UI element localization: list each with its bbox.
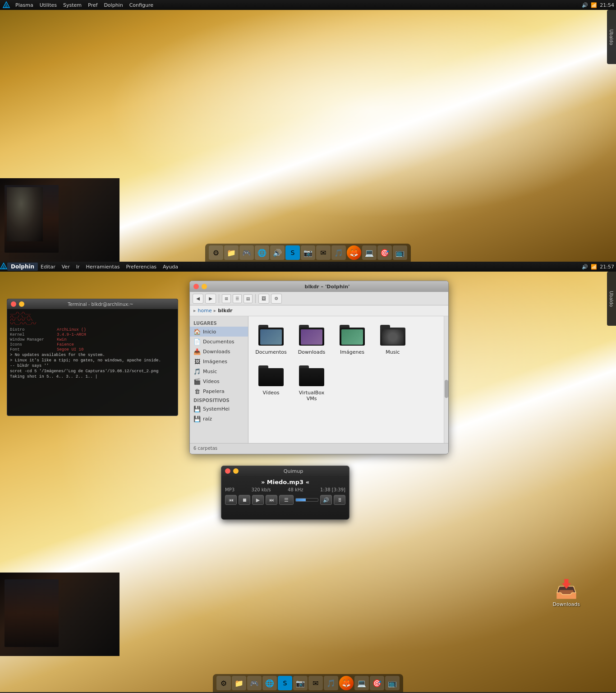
bottom-dock-app2[interactable]: 🌐 [262,676,277,690]
top-menu-plasma[interactable]: Plasma [13,1,36,9]
dock-icon-app8[interactable]: 🎯 [377,245,392,260]
sidebar-item-papelera[interactable]: 🗑 Papelera [190,386,248,396]
sidebar-item-music[interactable]: 🎵 Music [190,366,248,376]
bottom-dock-skype[interactable]: S [278,676,292,690]
dock-icon-app4[interactable]: 📷 [301,245,315,260]
back-button[interactable]: ◀ [193,294,203,304]
bottom-dock-folder[interactable]: 📁 [232,676,246,690]
settings-button[interactable]: ⚙ [271,294,282,304]
volume-button[interactable]: 🔊 [320,495,332,505]
dock-icon-firefox[interactable]: 🦊 [347,245,361,260]
breadcrumb-home[interactable]: home [198,308,212,314]
top-menu-pref[interactable]: Pref [85,1,100,9]
bottom-dock-app6[interactable]: 💻 [354,676,369,690]
dock-icon-app7[interactable]: 💻 [362,245,377,260]
bottom-dock-app4[interactable]: ✉ [308,676,323,690]
dolphin-scrollbar[interactable] [444,316,448,443]
wifi-icon-bottom[interactable]: 📶 [591,264,597,270]
dolphin-menu-ir[interactable]: Ir [74,263,83,271]
wifi-icon-top[interactable]: 📶 [591,2,597,8]
terminal-min-btn[interactable] [19,301,24,307]
documentos-icon: 📄 [193,338,201,345]
bottom-dock: ⚙ 📁 🎮 🌐 S 📷 ✉ 🎵 🦊 💻 🎯 📺 [213,674,403,692]
terminal-line-4: scrot -cd 5 '/Imágenes/'Log de Capturas'… [10,369,175,374]
terminal-close-btn[interactable] [11,301,16,307]
dolphin-menu-ver[interactable]: Ver [59,263,73,271]
top-menu-configure[interactable]: Configure [127,1,156,9]
speaker-icon-top[interactable]: 🔊 [582,2,588,8]
file-imagenes[interactable]: Imágenes [334,321,370,357]
dock-icon-folder[interactable]: 📁 [224,245,239,260]
dolphin-min-btn[interactable] [202,284,207,289]
preview-button[interactable]: 🖼 [258,294,269,304]
dolphin-menu-herramientas[interactable]: Herramientas [83,263,122,271]
dock-icon-settings[interactable]: ⚙ [209,245,223,260]
active-app-dolphin[interactable]: Dolphin [7,263,38,271]
quimup-close-btn[interactable] [225,468,230,474]
bottom-dock-app5[interactable]: 🎵 [324,676,338,690]
detail-view-button[interactable]: ▤ [244,294,253,303]
top-menu-utilites[interactable]: Utilites [37,1,60,9]
bottom-dock-app3[interactable]: 📷 [293,676,308,690]
quimup-min-btn[interactable] [233,468,239,474]
dock-icon-app2[interactable]: 🌐 [255,245,269,260]
sidebar-item-downloads[interactable]: 📥 Downloads [190,346,248,356]
bottom-dock-app7[interactable]: 🎯 [370,676,384,690]
dock-icon-app5[interactable]: ✉ [316,245,331,260]
speaker-icon-bottom[interactable]: 🔊 [582,264,588,270]
next-button[interactable]: ⏭ [266,495,277,505]
eq-button[interactable]: 🎚 [334,495,345,505]
dock-icon-app9[interactable]: 📺 [393,245,407,260]
dock-icon-app6[interactable]: 🎵 [331,245,346,260]
bottom-dock-settings[interactable]: ⚙ [216,676,231,690]
play-button[interactable]: ▶ [252,495,264,505]
sidebar-item-inicio[interactable]: 🏠 Inicio [190,327,248,337]
dolphin-menu-editar[interactable]: Editar [38,263,58,271]
dolphin-menu-ayuda[interactable]: Ayuda [160,263,181,271]
stop-button[interactable]: ⏹ [239,495,250,505]
downloads-icon-label: Downloads [553,601,580,607]
breadcrumb-blkdr[interactable]: blkdr [218,308,232,314]
file-documentos[interactable]: Documentos [253,321,289,357]
quimup-progress-bar[interactable] [295,498,318,502]
sidebar-item-videos[interactable]: 🎬 Vídeos [190,376,248,386]
sidebar-item-imagenes[interactable]: 🖼 Imágenes [190,356,248,366]
sidebar-item-documentos[interactable]: 📄 Documentos [190,337,248,346]
bottom-dock-app1[interactable]: 🎮 [247,676,262,690]
dock-icon-skype[interactable]: S [285,245,300,260]
terminal-window[interactable]: Terminal - blkdr@archlinux:~ ___/\_/\___… [7,299,178,416]
dolphin-close-btn[interactable] [193,284,199,289]
scroll-thumb [445,380,448,398]
dock-icon-app3[interactable]: 🔊 [270,245,285,260]
toolbar-separator-1 [219,294,219,303]
downloads-icon: 📥 [193,348,201,355]
top-menu-dolphin[interactable]: Dolphin [101,1,125,9]
file-videos[interactable]: Vídeos [253,361,289,403]
side-panel-bottom[interactable]: Ubaldo [607,272,616,326]
forward-button[interactable]: ▶ [205,294,216,304]
terminal-distro-row: Distro ArchLinux () [10,328,175,332]
bottom-dock-firefox[interactable]: 🦊 [339,676,354,690]
terminal-body[interactable]: ___/\_/\___ /\__/ \__/\ /\/ \/\/ \/\ \/\… [7,309,178,416]
desktop-downloads-icon[interactable]: 📥 Downloads [553,578,580,607]
prev-button[interactable]: ⏮ [225,495,237,505]
dock-icon-app1[interactable]: 🎮 [239,245,254,260]
quimup-window[interactable]: Quimup » Miedo.mp3 « MP3 320 kb/s 48 kHz… [221,466,349,520]
sidebar-item-systemhei[interactable]: 💾 SystemHei [190,404,248,414]
bottom-dock-app8[interactable]: 📺 [385,676,400,690]
sidebar-item-raiz[interactable]: 💾 raíz [190,414,248,424]
side-panel-top[interactable]: Ubaldo [607,10,616,64]
icon-view-button[interactable]: ⊞ [222,294,231,303]
top-menu-system[interactable]: System [60,1,84,9]
dolphin-menu-preferencias[interactable]: Preferencias [123,263,159,271]
file-music[interactable]: Music [375,321,411,357]
dolphin-menu-bar: Editar Ver Ir Herramientas Preferencias … [38,263,181,271]
file-downloads[interactable]: Downloads [294,321,330,357]
terminal-title: Terminal - blkdr@archlinux:~ [27,302,174,307]
file-virtualbox[interactable]: VirtualBox VMs [294,361,330,403]
dolphin-window[interactable]: blkdr – 'Dolphin' ◀ ▶ ⊞ ☰ ▤ 🖼 ⚙ ▸ home ▸… [189,281,449,454]
arch-logo-top[interactable] [2,0,11,9]
arch-logo-bottom[interactable] [0,263,7,271]
playlist-button[interactable]: ☰ [279,495,294,505]
list-view-button[interactable]: ☰ [233,294,242,303]
